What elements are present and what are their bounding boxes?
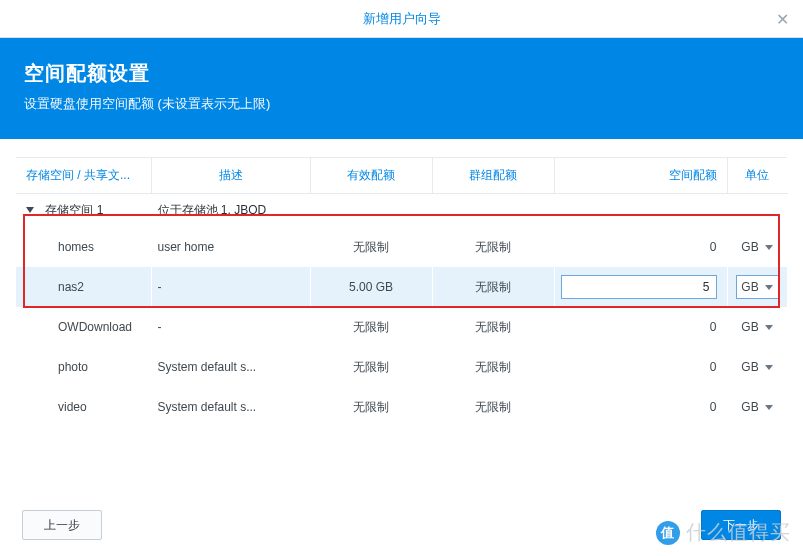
col-effective-quota[interactable]: 有效配额 bbox=[310, 158, 432, 194]
chevron-down-icon[interactable] bbox=[765, 245, 773, 250]
col-name[interactable]: 存储空间 / 共享文... bbox=[16, 158, 151, 194]
row-group-quota: 无限制 bbox=[432, 307, 554, 347]
page-subtitle: 设置硬盘使用空间配额 (未设置表示无上限) bbox=[24, 95, 779, 113]
row-unit-cell[interactable]: GB bbox=[727, 267, 787, 307]
storage-group-row[interactable]: 存储空间 1 位于存储池 1, JBOD bbox=[16, 194, 787, 228]
unit-label: GB bbox=[741, 280, 758, 294]
row-name: nas2 bbox=[16, 267, 151, 307]
col-space-quota[interactable]: 空间配额 bbox=[554, 158, 727, 194]
row-quota-cell: 0 bbox=[554, 307, 727, 347]
row-name: OWDownload bbox=[16, 307, 151, 347]
table-row[interactable]: nas2-5.00 GB无限制GB bbox=[16, 267, 787, 307]
quota-input[interactable] bbox=[561, 275, 717, 299]
dialog-title: 新增用户向导 bbox=[363, 10, 441, 28]
table-row[interactable]: homesuser home无限制无限制0GB bbox=[16, 227, 787, 267]
row-description: System default s... bbox=[151, 347, 310, 387]
table-row[interactable]: OWDownload-无限制无限制0GB bbox=[16, 307, 787, 347]
col-unit[interactable]: 单位 bbox=[727, 158, 787, 194]
row-group-quota: 无限制 bbox=[432, 347, 554, 387]
row-description: System default s... bbox=[151, 387, 310, 427]
table-row[interactable]: videoSystem default s...无限制无限制0GB bbox=[16, 387, 787, 427]
title-bar: 新增用户向导 ✕ bbox=[0, 0, 803, 38]
row-group-quota: 无限制 bbox=[432, 267, 554, 307]
unit-label: GB bbox=[741, 360, 758, 374]
close-icon[interactable]: ✕ bbox=[773, 9, 791, 28]
unit-label: GB bbox=[741, 320, 758, 334]
row-effective-quota: 无限制 bbox=[310, 307, 432, 347]
row-effective-quota: 无限制 bbox=[310, 387, 432, 427]
table-row[interactable]: photoSystem default s...无限制无限制0GB bbox=[16, 347, 787, 387]
row-effective-quota: 5.00 GB bbox=[310, 267, 432, 307]
chevron-down-icon[interactable] bbox=[765, 285, 773, 290]
row-description: user home bbox=[151, 227, 310, 267]
table-header-row: 存储空间 / 共享文... 描述 有效配额 群组配额 空间配额 单位 bbox=[16, 158, 787, 194]
row-quota-cell bbox=[554, 267, 727, 307]
row-effective-quota: 无限制 bbox=[310, 347, 432, 387]
quota-table: 存储空间 / 共享文... 描述 有效配额 群组配额 空间配额 单位 存储空间 … bbox=[16, 158, 788, 427]
wizard-dialog: 新增用户向导 ✕ 空间配额设置 设置硬盘使用空间配额 (未设置表示无上限) 存储… bbox=[0, 0, 803, 556]
footer-bar: 上一步 下一步 bbox=[0, 494, 803, 556]
row-quota-cell: 0 bbox=[554, 227, 727, 267]
row-unit-cell[interactable]: GB bbox=[727, 347, 787, 387]
row-group-quota: 无限制 bbox=[432, 387, 554, 427]
page-title: 空间配额设置 bbox=[24, 60, 779, 87]
row-description: - bbox=[151, 267, 310, 307]
chevron-down-icon[interactable] bbox=[765, 405, 773, 410]
row-unit-cell[interactable]: GB bbox=[727, 387, 787, 427]
next-button[interactable]: 下一步 bbox=[701, 510, 781, 540]
row-name: video bbox=[16, 387, 151, 427]
chevron-down-icon[interactable] bbox=[765, 365, 773, 370]
row-quota-cell: 0 bbox=[554, 347, 727, 387]
group-description: 位于存储池 1, JBOD bbox=[151, 194, 310, 228]
row-unit-cell[interactable]: GB bbox=[727, 227, 787, 267]
unit-label: GB bbox=[741, 400, 758, 414]
unit-label: GB bbox=[741, 240, 758, 254]
header-banner: 空间配额设置 设置硬盘使用空间配额 (未设置表示无上限) bbox=[0, 38, 803, 139]
col-group-quota[interactable]: 群组配额 bbox=[432, 158, 554, 194]
row-description: - bbox=[151, 307, 310, 347]
row-effective-quota: 无限制 bbox=[310, 227, 432, 267]
row-name: photo bbox=[16, 347, 151, 387]
chevron-down-icon[interactable] bbox=[765, 325, 773, 330]
chevron-down-icon[interactable] bbox=[26, 207, 34, 213]
content-area: 存储空间 / 共享文... 描述 有效配额 群组配额 空间配额 单位 存储空间 … bbox=[0, 139, 803, 427]
group-label: 存储空间 1 bbox=[45, 203, 103, 217]
col-description[interactable]: 描述 bbox=[151, 158, 310, 194]
row-name: homes bbox=[16, 227, 151, 267]
row-group-quota: 无限制 bbox=[432, 227, 554, 267]
row-unit-cell[interactable]: GB bbox=[727, 307, 787, 347]
row-quota-cell: 0 bbox=[554, 387, 727, 427]
prev-button[interactable]: 上一步 bbox=[22, 510, 102, 540]
